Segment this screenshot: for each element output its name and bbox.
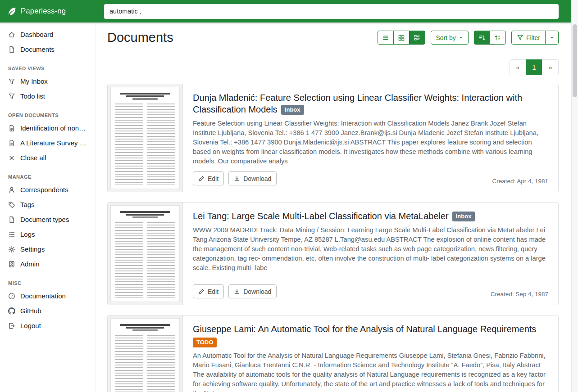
tag-badge[interactable]: Inbox xyxy=(452,212,475,221)
sidebar-item-documents[interactable]: Documents xyxy=(0,42,96,57)
edit-button[interactable]: Edit xyxy=(193,284,224,298)
document-excerpt: An Automatic Tool for the Analysis of Na… xyxy=(193,351,548,392)
sort-alphabetical-button[interactable]: AZ xyxy=(490,31,506,45)
pagination-prev-button[interactable]: « xyxy=(510,59,526,75)
person-icon xyxy=(8,186,15,194)
sidebar-item-settings[interactable]: Settings xyxy=(0,242,96,257)
funnel-icon xyxy=(8,78,15,85)
file-earmark-icon xyxy=(8,216,15,223)
app-layout: Dashboard Documents SAVED VIEWS My Inbox… xyxy=(0,23,571,392)
sidebar-item-label: Close all xyxy=(20,154,46,162)
sidebar-item-label: Correspondents xyxy=(20,186,68,194)
filter-label: Filter xyxy=(526,34,540,41)
leaf-icon xyxy=(7,7,17,16)
sidebar-item-label: Document types xyxy=(20,216,69,223)
pagination-page-1-button[interactable]: 1 xyxy=(526,59,542,75)
sidebar-item-label: Logout xyxy=(20,322,41,329)
sidebar-item-logs[interactable]: Logs xyxy=(0,227,96,242)
scrollbar-thumb[interactable] xyxy=(573,24,577,97)
sort-down-icon xyxy=(478,34,486,41)
sidebar-section-manage: MANAGE xyxy=(0,165,96,182)
tag-row: TODO xyxy=(193,338,548,347)
sort-by-label: Sort by xyxy=(436,34,456,41)
sidebar-item-my-inbox[interactable]: My Inbox xyxy=(0,74,96,89)
document-card-body: Giuseppe Lami: An Automatic Tool for the… xyxy=(183,315,558,392)
sidebar-item-document-types[interactable]: Document types xyxy=(0,212,96,227)
filter-button[interactable]: Filter xyxy=(511,31,546,45)
sidebar-item-label: Tags xyxy=(20,201,35,208)
document-card-footer: Edit Download Created: Apr 4, 1981 xyxy=(193,171,548,185)
sort-descending-button[interactable] xyxy=(474,31,490,45)
sidebar-item-admin[interactable]: Admin xyxy=(0,257,96,271)
sidebar-item-tags[interactable]: Tags xyxy=(0,197,96,212)
sort-by-button[interactable]: Sort by xyxy=(431,31,469,45)
details-view-icon xyxy=(414,34,421,41)
document-title-link[interactable]: Dunja Mladenić: Feature Selection using … xyxy=(193,92,548,115)
edit-label: Edit xyxy=(208,288,218,295)
funnel-icon xyxy=(517,34,523,41)
app-brand[interactable]: Paperless-ng xyxy=(0,7,96,16)
app-title: Paperless-ng xyxy=(21,7,66,16)
pagination-next-button[interactable]: » xyxy=(542,59,559,75)
gear-icon xyxy=(8,246,15,253)
top-navbar: Paperless-ng xyxy=(0,0,571,23)
sidebar-item-todo-list[interactable]: Todo list xyxy=(0,89,96,104)
list-view-icon xyxy=(382,34,389,41)
sidebar-item-label: Documents xyxy=(20,45,55,53)
sidebar-item-logout[interactable]: Logout xyxy=(0,318,96,333)
vertical-scrollbar[interactable] xyxy=(571,0,578,392)
sidebar-section-misc: MISC xyxy=(0,271,96,288)
sidebar-item-github[interactable]: GitHub xyxy=(0,303,96,318)
tag-badge[interactable]: TODO xyxy=(193,338,217,347)
download-icon xyxy=(234,288,240,295)
sidebar-item-label: A Literature Survey on … xyxy=(20,139,87,147)
pencil-icon xyxy=(198,288,205,295)
svg-text:Z: Z xyxy=(498,38,500,41)
caret-down-icon xyxy=(550,36,554,40)
sidebar-item-label: Settings xyxy=(20,245,45,253)
document-excerpt: Feature Selection using Linear Classifie… xyxy=(193,119,548,166)
global-search xyxy=(96,4,571,19)
filter-dropdown-button[interactable] xyxy=(545,31,559,45)
sidebar-item-open-document-2[interactable]: A Literature Survey on … xyxy=(0,135,96,150)
sidebar-item-label: Admin xyxy=(20,260,40,268)
document-thumbnail[interactable] xyxy=(108,203,183,305)
funnel-icon xyxy=(8,93,15,100)
document-title: Dunja Mladenić: Feature Selection using … xyxy=(193,93,522,114)
document-excerpt: WWW 2009 MADRID! Track: Data Mining / Se… xyxy=(193,225,548,273)
view-details-button[interactable] xyxy=(409,31,425,45)
sidebar-item-dashboard[interactable]: Dashboard xyxy=(0,27,96,42)
toolbar: Sort by AZ Filter xyxy=(378,31,559,45)
sidebar-item-label: Todo list xyxy=(20,92,45,100)
svg-text:?: ? xyxy=(11,294,13,298)
download-label: Download xyxy=(243,288,271,295)
sidebar-item-documentation[interactable]: ? Documentation xyxy=(0,288,96,303)
github-icon xyxy=(8,307,15,315)
sidebar-item-label: Dashboard xyxy=(20,31,53,38)
documents-page: Documents Sort by xyxy=(96,23,571,392)
file-text-icon xyxy=(8,140,15,147)
search-input[interactable] xyxy=(104,4,559,19)
document-title-link[interactable]: Giuseppe Lami: An Automatic Tool for the… xyxy=(193,323,548,335)
document-card: Lei Tang: Large Scale Multi-Label Classi… xyxy=(107,202,559,305)
logout-icon xyxy=(8,322,15,329)
sidebar-item-close-all[interactable]: Close all xyxy=(0,150,96,165)
view-list-button[interactable] xyxy=(378,31,394,45)
sidebar-item-correspondents[interactable]: Correspondents xyxy=(0,182,96,197)
download-button[interactable]: Download xyxy=(228,171,277,185)
document-thumbnail[interactable] xyxy=(108,315,183,392)
thumbnail-preview xyxy=(110,87,180,189)
edit-label: Edit xyxy=(208,175,218,182)
sidebar-item-open-document-1[interactable]: Identification of non-fu… xyxy=(0,121,96,135)
thumbnail-preview xyxy=(110,205,180,302)
filter-group: Filter xyxy=(511,31,559,45)
edit-button[interactable]: Edit xyxy=(193,171,224,185)
document-thumbnail[interactable] xyxy=(108,84,183,192)
page-header: Documents Sort by xyxy=(107,30,559,52)
document-title-link[interactable]: Lei Tang: Large Scale Multi-Label Classi… xyxy=(193,210,548,222)
view-grid-button[interactable] xyxy=(393,31,410,45)
download-button[interactable]: Download xyxy=(228,284,277,298)
file-icon xyxy=(8,46,15,53)
tag-badge[interactable]: Inbox xyxy=(281,105,304,115)
created-date: Created: Sep 4, 1987 xyxy=(491,291,548,298)
